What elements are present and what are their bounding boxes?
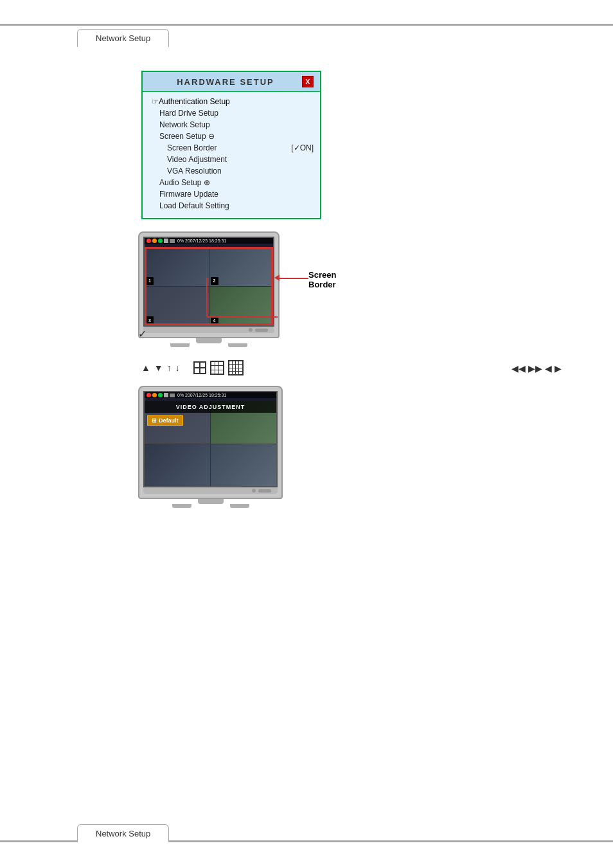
border-value: [✓ON]: [291, 143, 314, 152]
border-label: Screen Border: [167, 143, 217, 152]
video-adjustment-section: ▲ ▼ ↑ ↓: [84, 360, 549, 381]
hw-menu-screen[interactable]: Screen Setup ⊖: [149, 131, 314, 142]
arrow-left-icon[interactable]: ↑: [167, 363, 172, 373]
quad-cell-1: 1: [145, 247, 209, 286]
cell-label-3: 3: [146, 316, 154, 324]
monitor-foot-left-upper: [170, 343, 190, 347]
header-line: [0, 24, 613, 26]
quad-grid-lower: [145, 401, 276, 486]
hw-menu-default[interactable]: Load Default Setting: [149, 200, 314, 212]
monitor-upper: 0% 2007/12/25 18:25:31 1 2 3 4: [138, 231, 280, 338]
screen-border-label: ScreenBorder: [308, 270, 336, 289]
arrow-up-icon[interactable]: ▲: [141, 363, 150, 373]
default-icon: ⊞: [152, 417, 157, 424]
monitor-foot-right-lower: [230, 504, 249, 508]
status-icon-red-lower: [147, 393, 151, 397]
hw-setup-title-bar: HARDWARE SETUP X: [143, 72, 320, 92]
nav-arrow-ff[interactable]: ▶▶: [528, 363, 542, 374]
monitor-foot-left-lower: [172, 504, 191, 508]
status-icon-orange-lower: [152, 393, 157, 397]
hw-menu-network[interactable]: Network Setup: [149, 119, 314, 131]
quad-cell-lower-3: [145, 444, 210, 487]
quad-cell-3: 3: [145, 287, 209, 326]
right-nav-arrows: ◀◀ ▶▶ ◀ ▶: [511, 363, 562, 374]
monitor-base-dot: [249, 328, 253, 332]
grid-2x2-icon[interactable]: [193, 361, 206, 374]
video-adjustment-overlay: VIDEO ADJUSTMENT: [145, 401, 276, 413]
status-icon-gear-lower: [164, 393, 168, 397]
header-tab: Network Setup: [77, 29, 169, 47]
status-icon-gear: [164, 239, 168, 243]
quad-cell-4: 4: [209, 287, 274, 326]
header-bar: Network Setup: [0, 26, 613, 50]
quad-cell-lower-4: [211, 444, 276, 487]
cell-label-2: 2: [211, 277, 218, 285]
va-default-bar: ⊞ Default: [147, 415, 183, 426]
active-arrow-icon: ☞: [152, 97, 159, 106]
monitor-foot-right-upper: [228, 343, 247, 347]
monitor-status-bar-upper: 0% 2007/12/25 18:25:31: [145, 238, 273, 244]
quad-cell-2: 2: [209, 247, 274, 286]
monitor-stand-upper: [196, 338, 222, 343]
status-icons-lower: [147, 393, 175, 397]
default-label: Default: [159, 417, 179, 424]
status-icons-upper: [147, 239, 175, 243]
checkmark-symbol: ✓: [138, 328, 147, 340]
hw-menu-audio[interactable]: Audio Setup ⊕: [149, 177, 314, 188]
hw-menu-vga[interactable]: VGA Resolution: [149, 165, 314, 177]
quad-grid-upper: 1 2 3 4: [145, 247, 273, 325]
arrow-head-left: [274, 275, 280, 281]
footer-bar: Network Setup: [0, 818, 613, 842]
status-text-upper: 0% 2007/12/25 18:25:31: [177, 239, 226, 243]
arrow-line-v: [206, 278, 208, 316]
hw-menu-firmware[interactable]: Firmware Update: [149, 188, 314, 200]
monitor-base-rect: [255, 329, 268, 332]
status-text-lower: 0% 2007/12/25 18:25:31: [177, 393, 226, 397]
status-icon-green-lower: [158, 393, 163, 397]
monitor-status-bar-lower: 0% 2007/12/25 18:25:31: [145, 392, 276, 398]
nav-arrow-prev[interactable]: ◀: [545, 363, 552, 374]
hw-menu-auth[interactable]: ☞Authentication Setup: [149, 96, 314, 107]
monitor-stand-lower: [198, 499, 224, 504]
hw-menu-list: ☞Authentication Setup Hard Drive Setup N…: [143, 92, 320, 218]
monitor-base-upper: [143, 327, 274, 333]
monitor-feet-lower: [138, 504, 283, 508]
hw-setup-title: HARDWARE SETUP: [149, 77, 302, 87]
arrow-line-h: [276, 278, 308, 279]
monitor-base-lower: [143, 487, 278, 494]
status-icon-orange: [152, 239, 157, 243]
monitor-base-rect-lower: [258, 489, 271, 493]
hw-menu-border[interactable]: Screen Border [✓ON]: [149, 142, 314, 154]
hw-menu-hdd[interactable]: Hard Drive Setup: [149, 107, 314, 119]
grid-4x4-icon[interactable]: [228, 360, 244, 375]
hw-close-button[interactable]: X: [302, 76, 314, 87]
monitor-feet-upper: [138, 343, 280, 347]
nav-arrow-rewind[interactable]: ◀◀: [511, 363, 526, 374]
monitor-upper-container: 0% 2007/12/25 18:25:31 1 2 3 4: [138, 231, 280, 347]
hw-menu-video[interactable]: Video Adjustment: [149, 154, 314, 165]
grid-3x3-icon[interactable]: [210, 361, 224, 375]
arrow-down-icon[interactable]: ▼: [154, 363, 163, 373]
status-icon-cam-lower: [170, 393, 175, 397]
monitor-screen-upper: 0% 2007/12/25 18:25:31 1 2 3 4: [143, 237, 274, 327]
monitor-lower: 0% 2007/12/25 18:25:31 VIDEO ADJUSTMENT …: [138, 386, 283, 499]
footer-tab: Network Setup: [77, 824, 169, 842]
arrow-line-h2: [207, 316, 278, 318]
status-icon-green: [158, 239, 163, 243]
monitor-lower-container: 0% 2007/12/25 18:25:31 VIDEO ADJUSTMENT …: [138, 386, 283, 508]
status-icon-red: [147, 239, 151, 243]
monitor-base-dot-lower: [252, 489, 256, 493]
monitor-screen-lower: 0% 2007/12/25 18:25:31 VIDEO ADJUSTMENT …: [143, 391, 278, 487]
status-icon-cam: [170, 239, 175, 243]
cell-label-1: 1: [146, 277, 154, 285]
nav-arrow-next[interactable]: ▶: [555, 363, 562, 374]
arrow-right-icon[interactable]: ↓: [175, 363, 180, 373]
hardware-setup-box: HARDWARE SETUP X ☞Authentication Setup H…: [141, 71, 321, 219]
arrow-icons-row: ▲ ▼ ↑ ↓: [141, 360, 549, 375]
